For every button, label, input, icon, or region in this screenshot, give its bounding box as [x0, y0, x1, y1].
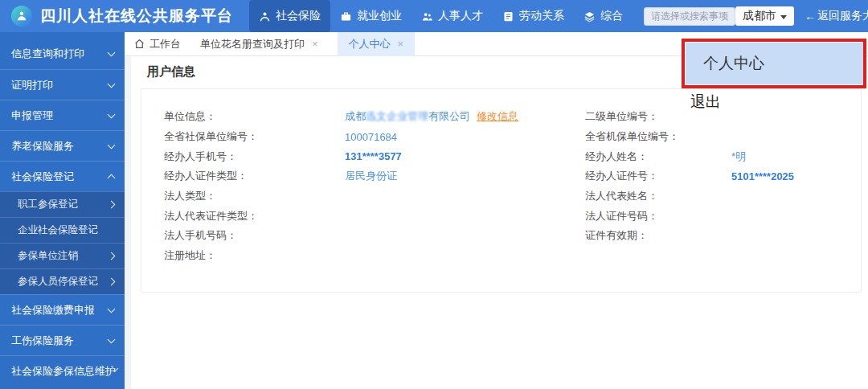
sidebar-item-employee-enroll-reg[interactable]: 职工参保登记 — [0, 191, 125, 217]
tab-personal-center[interactable]: 个人中心× — [338, 32, 416, 56]
back-to-hall-link[interactable]: ← 返回服务大厅 — [805, 9, 868, 23]
sidebar-item-declare-mgmt[interactable]: 申报管理 — [0, 100, 125, 130]
layers-icon — [583, 10, 596, 23]
company-name-prefix: 成都 — [345, 110, 366, 122]
chevron-down-icon — [108, 141, 116, 149]
close-icon[interactable]: × — [312, 38, 318, 50]
user-info-card: 单位信息：成都迅文企业管理有限公司修改信息全省社保单位编号：100071684经… — [141, 88, 862, 293]
header: 四川人社在线公共服务平台 社会保险就业创业人事人才劳动关系综合 请选择或搜索事项… — [0, 0, 868, 32]
nav-item-label: 人事人才 — [438, 9, 483, 23]
app-title: 四川人社在线公共服务平台 — [40, 6, 233, 27]
chevron-down-icon — [780, 15, 787, 19]
tab-workbench[interactable]: 工作台 — [134, 32, 181, 56]
sidebar-item-work-injury-service[interactable]: 工伤保险服务 — [0, 325, 125, 355]
people-icon — [421, 10, 433, 23]
field-label: 经办人姓名： — [585, 149, 731, 164]
fields-column-left: 单位信息：成都迅文企业管理有限公司修改信息全省社保单位编号：100071684经… — [141, 107, 585, 266]
tab-label: 单位花名册查询及打印 — [200, 37, 305, 51]
nav-item-label: 就业创业 — [357, 9, 402, 23]
field-row: 经办人证件类型：居民身份证 — [164, 166, 585, 186]
document-icon — [502, 10, 514, 23]
field-label: 经办人证件类型： — [164, 169, 345, 183]
field-row: 全省社保单位编号：100071684 — [164, 127, 585, 147]
back-arrow-icon: ← — [805, 10, 816, 23]
sidebar-item-cert-print[interactable]: 证明打印 — [0, 69, 125, 100]
nav-item-comprehensive[interactable]: 综合 — [574, 0, 633, 32]
field-row: 法人手机号码： — [164, 226, 585, 246]
field-row: 单位信息：成都迅文企业管理有限公司修改信息 — [164, 107, 585, 127]
field-row: 经办人姓名：*明 — [585, 146, 861, 166]
close-icon[interactable]: × — [398, 38, 404, 50]
field-label: 全省机保单位编号： — [585, 129, 731, 144]
field-label: 法人类型： — [164, 189, 345, 203]
sidebar-item-label: 工伤保险服务 — [11, 334, 74, 348]
field-row: 注册地址： — [164, 246, 585, 266]
chevron-down-icon — [108, 335, 116, 343]
chevron-right-icon — [108, 201, 116, 209]
sidebar-item-enterprise-social-reg[interactable]: 企业社会保险登记 — [0, 217, 125, 243]
chevron-down-icon — [108, 110, 116, 118]
field-label: 经办人手机号： — [164, 149, 345, 164]
sidebar-item-social-insurance-reg[interactable]: 社会保险登记 — [0, 161, 125, 191]
field-label: 法人手机号码： — [164, 228, 345, 243]
sidebar-item-label: 社会保险参保信息维护 — [11, 364, 116, 379]
company-name-suffix: 有限公司 — [428, 110, 470, 122]
field-label: 经办人证件号： — [585, 169, 731, 183]
sidebar-item-label: 社会保险登记 — [11, 170, 74, 184]
tab-label: 工作台 — [149, 37, 181, 51]
field-row: 法人类型： — [164, 186, 585, 207]
sidebar-item-label: 养老保险服务 — [11, 139, 74, 154]
field-row: 经办人手机号：131****3577 — [164, 146, 585, 166]
nav-item-labor-relations[interactable]: 劳动关系 — [493, 0, 574, 32]
app-logo-icon — [11, 6, 32, 27]
tab-roster-query-print[interactable]: 单位花名册查询及打印× — [200, 32, 318, 56]
field-value: 成都迅文企业管理有限公司 — [345, 109, 470, 124]
chevron-up-icon — [108, 174, 116, 182]
sidebar-item-label: 企业社会保险登记 — [18, 223, 98, 237]
field-label: 法人代表证件类型： — [164, 209, 345, 223]
field-row: 法人代表姓名： — [585, 186, 861, 207]
field-row: 经办人证件号：5101****2025 — [585, 166, 861, 186]
chevron-down-icon — [108, 49, 116, 57]
sidebar-item-pension-service[interactable]: 养老保险服务 — [0, 130, 125, 161]
home-icon — [134, 39, 145, 49]
field-label: 证件有效期： — [585, 228, 731, 243]
chevron-down-icon — [108, 80, 116, 88]
sidebar-item-participation-info-maintain[interactable]: 社会保险参保信息维护 — [0, 355, 125, 386]
city-selector[interactable]: 成都市 — [735, 6, 794, 26]
field-value: 100071684 — [345, 131, 397, 143]
nav-item-employment[interactable]: 就业创业 — [330, 0, 411, 32]
user-menu-item-personal-center[interactable]: 个人中心 — [686, 43, 863, 84]
sidebar-item-info-query-print[interactable]: 信息查询和打印 — [0, 39, 125, 69]
nav-item-label: 社会保险 — [276, 9, 321, 23]
field-value: 131****3577 — [345, 150, 402, 162]
nav-item-social-insurance[interactable]: 社会保险 — [249, 0, 330, 32]
field-value: 居民身份证 — [345, 169, 397, 183]
field-label: 单位信息： — [164, 109, 345, 124]
user-menu-item-logout[interactable]: 退出 — [689, 90, 732, 114]
sidebar-item-label: 申报管理 — [11, 109, 53, 123]
field-label: 注册地址： — [164, 248, 345, 263]
sidebar-item-label: 信息查询和打印 — [11, 47, 84, 61]
edit-info-link[interactable]: 修改信息 — [477, 109, 518, 124]
search-input[interactable]: 请选择或搜索事项 — [644, 7, 735, 26]
field-value: *明 — [731, 149, 746, 164]
sidebar-item-employee-stop-reg[interactable]: 参保人员停保登记 — [0, 268, 125, 294]
header-nav: 社会保险就业创业人事人才劳动关系综合 — [249, 0, 633, 32]
field-row: 法人证件号码： — [585, 206, 861, 226]
sidebar-item-label: 社会保险缴费申报 — [11, 303, 95, 317]
field-row: 法人代表证件类型： — [164, 206, 585, 226]
sidebar-item-contribution-declare[interactable]: 社会保险缴费申报 — [0, 294, 125, 325]
social-insurance-icon — [259, 10, 271, 23]
nav-item-hr-talent[interactable]: 人事人才 — [411, 0, 493, 32]
sidebar-item-label: 参保人员停保登记 — [18, 275, 98, 289]
sidebar-item-label: 参保单位注销 — [18, 249, 78, 263]
chevron-right-icon — [108, 252, 116, 260]
sidebar-item-unit-cancel[interactable]: 参保单位注销 — [0, 243, 125, 268]
city-label: 成都市 — [743, 9, 776, 23]
chevron-down-icon — [108, 305, 116, 313]
nav-item-label: 综合 — [600, 9, 623, 23]
tab-label: 个人中心 — [349, 37, 391, 51]
header-right: 成都市 ← 返回服务大厅 成都迅文... — [735, 6, 868, 27]
nav-item-label: 劳动关系 — [519, 9, 564, 23]
